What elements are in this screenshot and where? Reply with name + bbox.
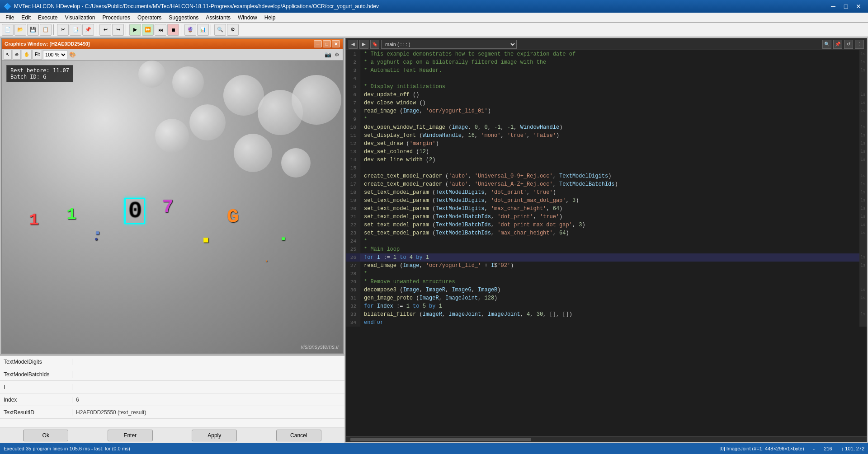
- code-line-24: 24 *: [346, 237, 867, 245]
- toolbar-zoom-in[interactable]: 🔍: [214, 24, 226, 36]
- graphics-max-btn[interactable]: □: [323, 40, 331, 47]
- code-toolbar-search[interactable]: 🔍: [822, 40, 831, 49]
- scroll-ind-23: ls: [859, 229, 867, 237]
- toolbar-run[interactable]: ⏩: [142, 24, 154, 36]
- toolbar-compile[interactable]: ▶: [129, 24, 141, 36]
- apply-button[interactable]: Apply: [192, 430, 237, 441]
- line-num-18: 18: [346, 188, 360, 197]
- line-num-22: 22: [346, 221, 360, 229]
- code-line-26: 26 for I := 1 to 4 by 1 ls: [346, 253, 867, 262]
- menu-help[interactable]: Help: [261, 13, 279, 22]
- toolbar-step[interactable]: ⏭: [155, 24, 166, 36]
- line-content-2: * a yoghurt cap on a bilaterally filtere…: [360, 58, 859, 66]
- menu-visualization[interactable]: Visualization: [61, 13, 99, 22]
- code-line-10: 10 dev_open_window_fit_image (Image, 0, …: [346, 123, 867, 131]
- line-content-19: set_text_model_param (TextModelDigits, '…: [360, 197, 859, 205]
- menu-procedures[interactable]: Procedures: [99, 13, 134, 22]
- code-line-12: 12 dev_set_draw ('margin') ls: [346, 140, 867, 148]
- code-editor[interactable]: 1 * This example demonstrates how to seg…: [346, 50, 867, 436]
- code-toolbar-bookmark[interactable]: 🔖: [370, 40, 379, 49]
- title-bar-controls[interactable]: ─ □ ✕: [827, 2, 864, 11]
- menu-window[interactable]: Window: [234, 13, 261, 22]
- toolbar-saveas[interactable]: 📋: [40, 24, 52, 36]
- graphics-tool-zoom[interactable]: ⊕: [13, 50, 21, 60]
- var-row-textresultid[interactable]: TextResultID H2AE0DD25550 (text_result): [0, 406, 344, 419]
- enter-button[interactable]: Enter: [108, 430, 153, 441]
- scroll-ind-4: [859, 75, 867, 83]
- scroll-ind-6: ls: [859, 91, 867, 99]
- graphics-snapshot-btn[interactable]: 📷: [324, 51, 332, 59]
- var-row-textmodelbatchids[interactable]: TextModelBatchIds: [0, 368, 344, 381]
- toolbar-open[interactable]: 📂: [14, 24, 26, 36]
- graphics-title-controls[interactable]: ─ □ ✕: [314, 40, 340, 47]
- code-line-27: 27 read_image (Image, 'ocr/yogurt_lid_' …: [346, 262, 867, 270]
- line-content-3: * Automatic Text Reader.: [360, 66, 859, 75]
- menu-edit[interactable]: Edit: [18, 13, 34, 22]
- line-content-27: read_image (Image, 'ocr/yogurt_lid_' + I…: [360, 262, 859, 270]
- scroll-ind-24: [859, 237, 867, 245]
- code-toolbar: ◀ ▶ 🔖 main ( : : : ) 🔍 📌 ↺ ⋮: [346, 38, 867, 50]
- variables-panel: TextModelDigits TextModelBatchIds I Inde…: [0, 355, 344, 427]
- toolbar-cut[interactable]: ✂: [57, 24, 69, 36]
- graphics-color-btn[interactable]: 🎨: [68, 51, 76, 59]
- left-panel: Graphics Window: [H2AE0DD25490] ─ □ ✕ ↖ …: [0, 37, 344, 443]
- line-num-33: 33: [346, 310, 360, 318]
- graphics-zoom-select[interactable]: 100 % 50 % 200 %: [43, 50, 67, 59]
- app-logo: 🔷: [4, 3, 11, 10]
- code-line-31: 31 gen_image_proto (ImageR, ImageJoint, …: [346, 294, 867, 302]
- var-row-index[interactable]: Index 6: [0, 393, 344, 406]
- code-toolbar-nav-back[interactable]: ◀: [349, 40, 358, 49]
- menu-execute[interactable]: Execute: [34, 13, 61, 22]
- graphics-tool-fit[interactable]: Fit: [33, 50, 42, 60]
- cancel-button[interactable]: Cancel: [276, 430, 321, 441]
- code-toolbar-refresh[interactable]: ↺: [844, 40, 853, 49]
- toolbar-copy[interactable]: 📑: [70, 24, 81, 36]
- toolbar-sep-5: [211, 24, 212, 35]
- toolbar-new[interactable]: 📄: [2, 24, 14, 36]
- line-content-12: dev_set_draw ('margin'): [360, 140, 859, 148]
- line-num-3: 3: [346, 66, 360, 75]
- toolbar-redo[interactable]: ↪: [112, 24, 124, 36]
- scroll-ind-2: ls: [859, 58, 867, 66]
- menu-operators[interactable]: Operators: [134, 13, 165, 22]
- maximize-button[interactable]: □: [840, 2, 852, 11]
- toolbar-save[interactable]: 💾: [27, 24, 39, 36]
- code-line-32: 32 for Index := 1 to 5 by 1: [346, 302, 867, 310]
- toolbar-paste[interactable]: 📌: [82, 24, 94, 36]
- graphics-tool-pan[interactable]: ✋: [22, 50, 32, 60]
- scroll-ind-28: [859, 270, 867, 278]
- var-row-i[interactable]: I: [0, 381, 344, 393]
- code-hscroll[interactable]: [346, 436, 867, 442]
- line-content-11: set_display_font (WindowHandle, 16, 'mon…: [360, 131, 859, 140]
- toolbar-stop[interactable]: ⏹: [167, 24, 179, 36]
- scroll-ind-30: ls: [859, 286, 867, 294]
- toolbar-undo[interactable]: ↩: [99, 24, 111, 36]
- rect-green: ■: [281, 236, 285, 242]
- hscroll-thumb[interactable]: [350, 438, 531, 441]
- graphics-min-btn[interactable]: ─: [314, 40, 322, 47]
- line-num-28: 28: [346, 270, 360, 278]
- line-content-18: set_text_model_param (TextModelDigits, '…: [360, 188, 859, 197]
- code-toolbar-nav-forward[interactable]: ▶: [359, 40, 368, 49]
- scroll-ind-32: [859, 302, 867, 310]
- toolbar-profile[interactable]: 📊: [197, 24, 209, 36]
- scroll-ind-18: ls: [859, 188, 867, 197]
- var-value-index: 6: [72, 397, 83, 403]
- menu-assistants[interactable]: Assistants: [202, 13, 234, 22]
- menu-file[interactable]: File: [2, 13, 18, 22]
- function-dropdown[interactable]: main ( : : : ): [381, 40, 517, 49]
- graphics-close-btn[interactable]: ✕: [332, 40, 340, 47]
- ok-button[interactable]: Ok: [23, 430, 68, 441]
- code-toolbar-pin[interactable]: 📌: [833, 40, 842, 49]
- close-button[interactable]: ✕: [853, 2, 864, 11]
- graphics-tool-pointer[interactable]: ↖: [4, 50, 12, 60]
- toolbar-assistant[interactable]: 🔮: [184, 24, 196, 36]
- line-num-16: 16: [346, 172, 360, 180]
- var-row-textmodeldigits[interactable]: TextModelDigits: [0, 356, 344, 368]
- code-toolbar-more[interactable]: ⋮: [855, 40, 864, 49]
- graphics-settings-btn[interactable]: ⚙: [333, 51, 341, 59]
- minimize-button[interactable]: ─: [827, 2, 839, 11]
- line-num-13: 13: [346, 148, 360, 156]
- menu-suggestions[interactable]: Suggestions: [165, 13, 202, 22]
- toolbar-settings[interactable]: ⚙: [227, 24, 239, 36]
